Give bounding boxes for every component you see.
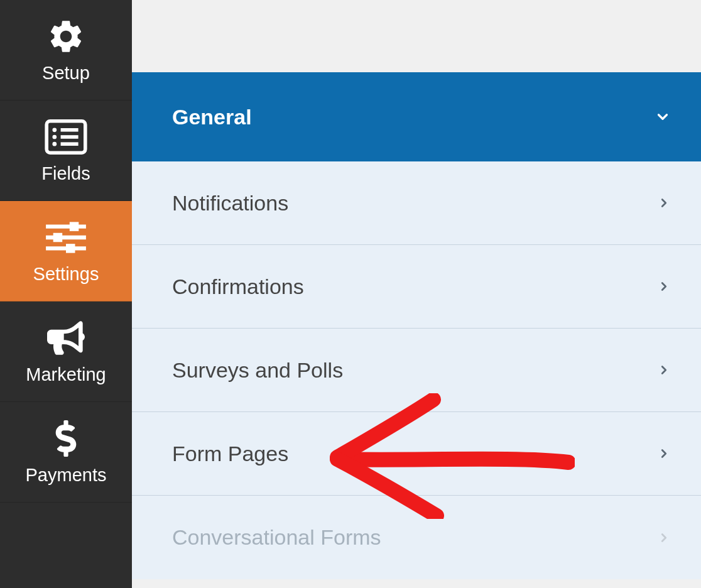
sidebar-item-label: Setup (42, 63, 90, 84)
settings-item-confirmations[interactable]: Confirmations (132, 245, 701, 329)
sidebar-item-marketing[interactable]: Marketing (0, 302, 132, 402)
sidebar-item-fields[interactable]: Fields (0, 101, 132, 201)
sidebar-item-label: Fields (41, 163, 90, 184)
bullhorn-icon (47, 319, 85, 357)
svg-rect-8 (70, 222, 79, 231)
settings-item-label: General (172, 105, 252, 129)
svg-rect-10 (53, 233, 63, 242)
chevron-down-icon (655, 109, 671, 125)
panel-header-space (132, 0, 701, 72)
settings-item-notifications[interactable]: Notifications (132, 161, 701, 245)
sidebar-item-setup[interactable]: Setup (0, 0, 132, 101)
settings-item-general[interactable]: General (132, 72, 701, 161)
sidebar-item-settings[interactable]: Settings (0, 201, 132, 302)
chevron-right-icon (657, 531, 671, 545)
sliders-icon (43, 219, 89, 256)
dollar-icon (55, 420, 77, 457)
svg-point-5 (52, 142, 57, 146)
app-container: Setup Fields (0, 0, 701, 588)
sidebar-item-payments[interactable]: Payments (0, 402, 132, 503)
settings-item-conversational-forms[interactable]: Conversational Forms (132, 496, 701, 579)
settings-item-surveys-polls[interactable]: Surveys and Polls (132, 329, 701, 412)
settings-list: General Notifications Confirmations (132, 72, 701, 588)
settings-item-label: Conversational Forms (172, 525, 381, 550)
settings-item-label: Form Pages (172, 442, 288, 466)
sidebar-item-label: Settings (33, 264, 99, 285)
gear-icon (46, 18, 85, 55)
svg-point-3 (52, 135, 57, 139)
settings-item-label: Confirmations (172, 275, 304, 299)
settings-item-label: Surveys and Polls (172, 358, 343, 383)
sidebar-item-label: Payments (26, 465, 107, 486)
main-panel: General Notifications Confirmations (132, 0, 701, 588)
settings-item-form-pages[interactable]: Form Pages (132, 412, 701, 496)
chevron-right-icon (657, 447, 671, 460)
svg-point-1 (52, 128, 57, 132)
settings-item-label: Notifications (172, 191, 288, 215)
sidebar-item-label: Marketing (26, 364, 106, 385)
chevron-right-icon (657, 363, 671, 377)
chevron-right-icon (657, 280, 671, 293)
list-icon (45, 118, 87, 156)
svg-rect-12 (66, 244, 75, 253)
chevron-right-icon (657, 196, 671, 210)
primary-sidebar: Setup Fields (0, 0, 132, 588)
